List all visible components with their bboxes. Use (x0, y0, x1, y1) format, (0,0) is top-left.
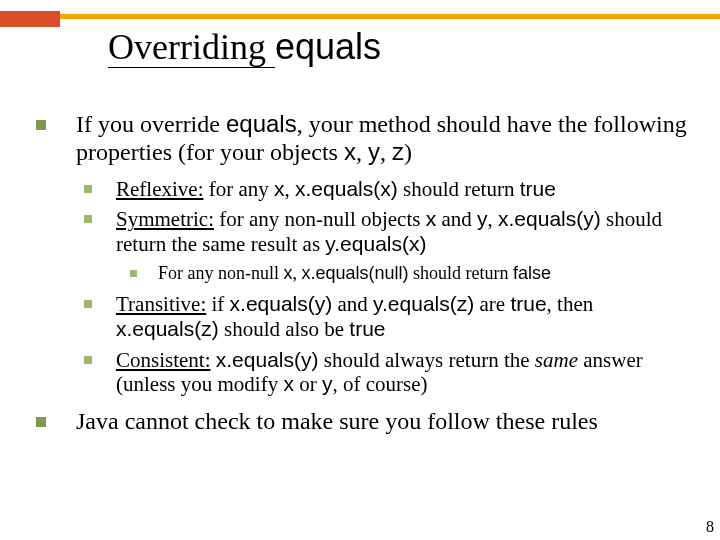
nullnote-call: x.equals(null) (302, 263, 409, 283)
consistent-t5: , of course) (332, 372, 427, 396)
transitive-call1: x.equals(y) (230, 292, 333, 315)
intro-y: y (368, 138, 380, 165)
bullet-consistent: Consistent: x.equals(y) should always re… (84, 348, 692, 398)
slide: { "title": { "prefix": "Overriding ", "c… (0, 0, 720, 540)
consistent-t4: or (294, 372, 322, 396)
transitive-t3: are (474, 292, 510, 316)
bullet-symmetric: Symmetric: for any non-null objects x an… (84, 207, 692, 284)
transitive-true2: true (349, 317, 385, 340)
nullnote-false: false (513, 263, 551, 283)
reflexive-t2: , (285, 177, 296, 201)
symmetric-label: Symmetric: (116, 207, 214, 231)
title-prefix: Overriding (108, 27, 275, 68)
transitive-label: Transitive: (116, 292, 206, 316)
intro-z: z (392, 138, 404, 165)
bullet-icon (84, 300, 92, 308)
bullet-icon (84, 356, 92, 364)
bullet-intro: If you override equals, your method shou… (36, 110, 692, 397)
title-code: equals (275, 26, 381, 67)
transitive-t4: , then (547, 292, 594, 316)
intro-code-equals: equals (226, 110, 297, 137)
reflexive-t3: should return (398, 177, 520, 201)
nullnote-t1: For any non-null (158, 263, 284, 283)
closing-text: Java cannot check to make sure you follo… (76, 408, 598, 434)
bullet-icon (36, 417, 46, 427)
symmetric-t3: , (488, 207, 499, 231)
nullnote-x: x (284, 263, 293, 283)
bullet-icon (130, 270, 137, 277)
symmetric-call1: x.equals(y) (498, 207, 601, 230)
symmetric-x: x (426, 207, 437, 230)
transitive-call3: x.equals(z) (116, 317, 219, 340)
nullnote-t2: , (293, 263, 302, 283)
bullet-icon (36, 120, 46, 130)
title-corner-accent (0, 11, 60, 27)
intro-text-1: If you override (76, 111, 226, 137)
title-bar-accent (0, 14, 720, 19)
intro-x: x (344, 138, 356, 165)
bullet-nullnote: For any non-null x, x.equals(null) shoul… (130, 263, 692, 284)
symmetric-t2: and (436, 207, 477, 231)
consistent-t2: should always return the (318, 348, 534, 372)
reflexive-x: x (274, 177, 285, 200)
bullet-reflexive: Reflexive: for any x, x.equals(x) should… (84, 177, 692, 202)
consistent-same: same (535, 348, 578, 372)
intro-close: ) (404, 139, 412, 165)
bullet-icon (84, 185, 92, 193)
transitive-true1: true (510, 292, 546, 315)
consistent-call: x.equals(y) (216, 348, 319, 371)
slide-body: If you override equals, your method shou… (36, 110, 692, 446)
symmetric-y: y (477, 207, 488, 230)
transitive-call2: y.equals(z) (373, 292, 474, 315)
transitive-t5: should also be (219, 317, 350, 341)
slide-title: Overriding equals (108, 26, 381, 68)
consistent-label: Consistent: (116, 348, 211, 372)
bullet-icon (84, 215, 92, 223)
title-area: Overriding equals (0, 14, 720, 19)
reflexive-label: Reflexive: (116, 177, 203, 201)
consistent-y: y (322, 372, 333, 395)
symmetric-call2: y.equals(x) (325, 232, 426, 255)
reflexive-true: true (520, 177, 556, 200)
transitive-t2: and (332, 292, 373, 316)
reflexive-t1: for any (203, 177, 274, 201)
consistent-x: x (283, 372, 294, 395)
reflexive-call: x.equals(x) (295, 177, 398, 200)
symmetric-t1: for any non-null objects (214, 207, 426, 231)
page-number: 8 (706, 518, 714, 536)
bullet-transitive: Transitive: if x.equals(y) and y.equals(… (84, 292, 692, 342)
transitive-t1: if (206, 292, 229, 316)
bullet-closing: Java cannot check to make sure you follo… (36, 407, 692, 435)
nullnote-t3: should return (409, 263, 513, 283)
